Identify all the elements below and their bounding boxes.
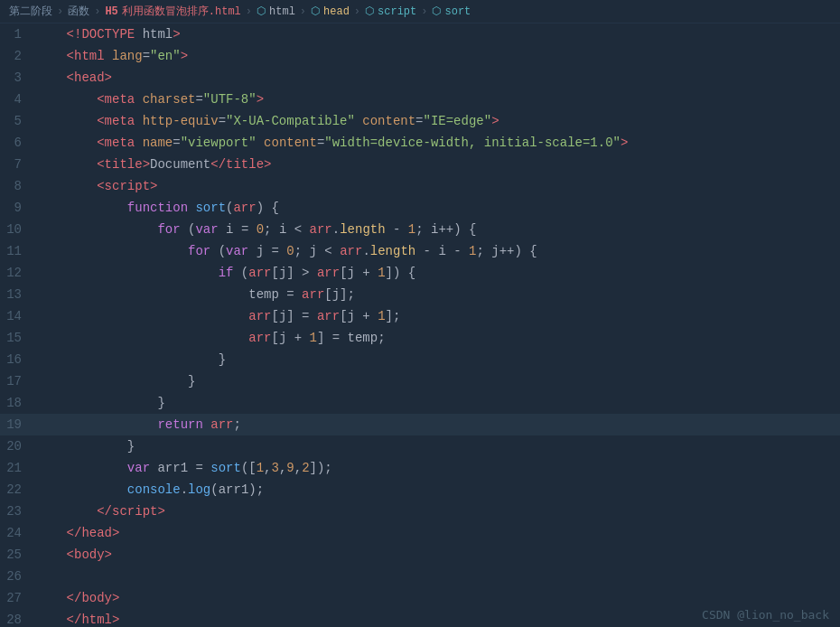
- line-number: 20: [0, 435, 36, 457]
- line-content: [36, 566, 840, 587]
- line-content: arr[j + 1] = temp;: [36, 327, 840, 349]
- line-content: }: [36, 349, 840, 370]
- line-content: function sort(arr) {: [36, 197, 840, 219]
- line-content: var arr1 = sort([1,3,9,2]);: [36, 457, 840, 479]
- code-line: 14 arr[j] = arr[j + 1];: [0, 305, 840, 327]
- bc-sep: ›: [57, 5, 63, 18]
- line-number: 22: [0, 479, 36, 501]
- line-content: </body>: [36, 587, 840, 609]
- line-number: 8: [0, 175, 36, 197]
- line-number: 5: [0, 110, 36, 132]
- code-line: 8 <script>: [0, 175, 840, 197]
- line-number: 21: [0, 457, 36, 479]
- line-number: 23: [0, 501, 36, 522]
- line-content: <meta charset="UTF-8">: [36, 89, 840, 110]
- code-line: 15 arr[j + 1] = temp;: [0, 327, 840, 349]
- code-line: 22 console.log(arr1);: [0, 479, 840, 501]
- code-line: 13 temp = arr[j];: [0, 284, 840, 305]
- line-content: for (var j = 0; j < arr.length - i - 1; …: [36, 240, 840, 262]
- bc-segment: 第二阶段: [9, 4, 52, 19]
- line-content: </head>: [36, 522, 840, 544]
- code-line: 2 <html lang="en">: [0, 45, 840, 67]
- code-line: 7 <title>Document</title>: [0, 154, 840, 175]
- line-number: 25: [0, 544, 36, 566]
- code-line-highlighted: 19 return arr;: [0, 414, 840, 435]
- code-line: 17 }: [0, 370, 840, 392]
- line-number: 17: [0, 370, 36, 392]
- bc-script-tag-icon: ⬡: [365, 5, 374, 18]
- line-content: </script>: [36, 501, 840, 522]
- line-number: 1: [0, 23, 36, 45]
- line-number: 19: [0, 414, 36, 435]
- line-number: 26: [0, 566, 36, 587]
- line-content: <head>: [36, 67, 840, 89]
- code-lines: 1 <!DOCTYPE html> 2 <html lang="en"> 3 <…: [0, 23, 840, 627]
- code-line: 27 </body>: [0, 587, 840, 609]
- line-content: temp = arr[j];: [36, 284, 840, 305]
- watermark-text: CSDN @lion_no_back: [702, 608, 829, 622]
- line-number: 13: [0, 284, 36, 305]
- line-content: arr[j] = arr[j + 1];: [36, 305, 840, 327]
- line-number: 18: [0, 392, 36, 414]
- line-number: 24: [0, 522, 36, 544]
- line-number: 14: [0, 305, 36, 327]
- line-number: 28: [0, 609, 36, 627]
- code-line: 4 <meta charset="UTF-8">: [0, 89, 840, 110]
- code-editor: 1 <!DOCTYPE html> 2 <html lang="en"> 3 <…: [0, 23, 840, 627]
- line-content: <body>: [36, 544, 840, 566]
- bc-sort-tag: sort: [444, 5, 471, 18]
- bc-segment: 函数: [68, 4, 89, 19]
- bc-sep: ›: [94, 5, 100, 18]
- line-content: for (var i = 0; i < arr.length - 1; i++)…: [36, 219, 840, 240]
- code-line: 12 if (arr[j] > arr[j + 1]) {: [0, 262, 840, 284]
- line-number: 15: [0, 327, 36, 349]
- line-content: console.log(arr1);: [36, 479, 840, 501]
- line-content: if (arr[j] > arr[j + 1]) {: [36, 262, 840, 284]
- line-content: <html lang="en">: [36, 45, 840, 67]
- bc-sep: ›: [246, 5, 252, 18]
- bc-sep: ›: [421, 5, 427, 18]
- line-number: 3: [0, 67, 36, 89]
- bc-head-tag: head: [323, 5, 350, 18]
- code-line: 3 <head>: [0, 67, 840, 89]
- line-content: }: [36, 370, 840, 392]
- bc-sep: ›: [300, 5, 306, 18]
- code-line: 25 <body>: [0, 544, 840, 566]
- code-line: 6 <meta name="viewport" content="width=d…: [0, 132, 840, 154]
- bc-sep: ›: [354, 5, 360, 18]
- line-number: 10: [0, 219, 36, 240]
- bc-html-tag-icon: ⬡: [257, 5, 266, 18]
- code-line: 24 </head>: [0, 522, 840, 544]
- code-line: 21 var arr1 = sort([1,3,9,2]);: [0, 457, 840, 479]
- bc-filename: 利用函数冒泡排序.html: [122, 4, 241, 19]
- bc-head-tag-icon: ⬡: [311, 5, 320, 18]
- watermark: CSDN @lion_no_back: [702, 608, 829, 622]
- line-content: }: [36, 392, 840, 414]
- bc-html-icon: H5: [105, 5, 117, 18]
- code-line: 11 for (var j = 0; j < arr.length - i - …: [0, 240, 840, 262]
- line-content: return arr;: [36, 414, 840, 435]
- line-number: 16: [0, 349, 36, 370]
- line-content: <meta name="viewport" content="width=dev…: [36, 132, 840, 154]
- code-line: 10 for (var i = 0; i < arr.length - 1; i…: [0, 219, 840, 240]
- line-content: <meta http-equiv="X-UA-Compatible" conte…: [36, 110, 840, 132]
- line-number: 4: [0, 89, 36, 110]
- line-content: }: [36, 435, 840, 457]
- code-line: 23 </script>: [0, 501, 840, 522]
- breadcrumb: 第二阶段 › 函数 › H5 利用函数冒泡排序.html › ⬡ html › …: [0, 0, 840, 23]
- code-line: 1 <!DOCTYPE html>: [0, 23, 840, 45]
- line-number: 7: [0, 154, 36, 175]
- code-line: 20 }: [0, 435, 840, 457]
- line-content: <title>Document</title>: [36, 154, 840, 175]
- bc-sort-icon: ⬡: [432, 5, 441, 18]
- line-number: 6: [0, 132, 36, 154]
- line-number: 2: [0, 45, 36, 67]
- line-number: 11: [0, 240, 36, 262]
- bc-html-tag: html: [269, 5, 295, 18]
- code-line: 18 }: [0, 392, 840, 414]
- line-number: 12: [0, 262, 36, 284]
- line-number: 9: [0, 197, 36, 219]
- line-number: 27: [0, 587, 36, 609]
- code-line: 9 function sort(arr) {: [0, 197, 840, 219]
- bc-script-tag: script: [378, 5, 416, 18]
